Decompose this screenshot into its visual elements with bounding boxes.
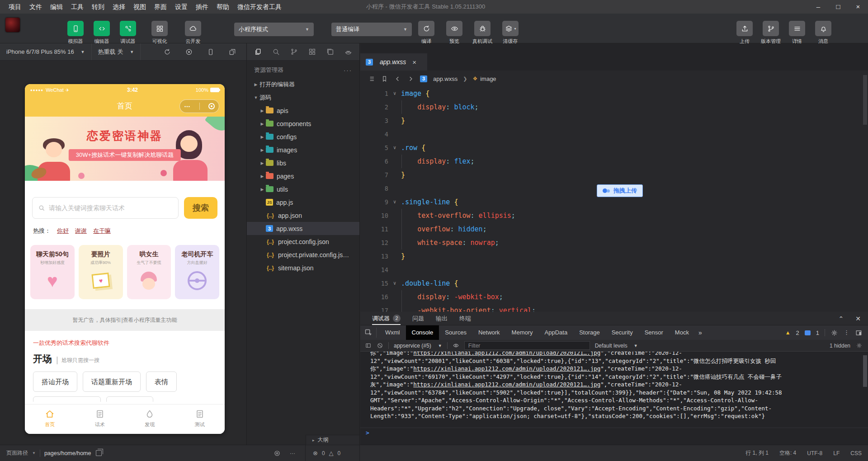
editor-tab-app-wxss[interactable]: 3 app.wxss × [360,53,427,71]
menu-item-5[interactable]: 选择 [108,0,129,14]
menu-item-2[interactable]: 编辑 [46,0,67,14]
console-link[interactable]: https://xinlianai.app1212.com/admin/uplo… [413,381,600,388]
云开发-button[interactable] [185,21,201,36]
预览-button[interactable] [446,21,462,36]
sidebar-toggle-icon[interactable] [365,342,372,349]
eol[interactable]: LF [833,450,840,456]
模拟器-button[interactable] [67,21,84,36]
context-select[interactable]: appservice (#5)▼ [394,343,442,349]
outline-list-icon[interactable] [368,75,375,83]
tree-file[interactable]: JSapp.js [247,196,359,209]
devtools-tab-Sources[interactable]: Sources [439,325,472,340]
hot-search-link[interactable]: 你好 [57,227,69,235]
save-all-icon[interactable] [326,47,335,56]
devtools-tab-Storage[interactable]: Storage [573,325,606,340]
message-count[interactable]: 1 [816,329,819,336]
tree-section[interactable]: ▼源码 [247,91,359,104]
git-icon[interactable] [290,47,298,56]
tree-folder[interactable]: ▶components [247,117,359,130]
promo-banner[interactable]: 恋爱密语神器 30W+撩妹话术一键复制解决尬聊话题 [25,117,225,181]
debugger-tab-输出[interactable]: 输出 [436,312,448,325]
menu-item-7[interactable]: 界面 [150,0,171,14]
编辑器-button[interactable] [94,21,110,36]
menu-item-0[interactable]: 项目 [5,0,25,14]
close-button[interactable]: × [848,0,868,14]
debugger-tab-调试器[interactable]: 调试器2 [372,312,401,325]
breadcrumb-file[interactable]: 3 app.wxss [420,75,458,82]
problems-summary[interactable]: ⊗ 0 △ 0 [306,445,360,461]
phone-tab-发现[interactable]: 发现 [125,405,175,434]
gear-icon[interactable] [856,342,863,349]
devtools-tab-Memory[interactable]: Memory [506,325,539,340]
drag-upload-button[interactable]: 拖拽上传 [597,184,643,197]
版本管理-button[interactable] [763,21,779,36]
close-panel-icon[interactable]: ✕ [855,312,861,325]
phone-tab-测试[interactable]: 测试 [175,405,225,434]
devtools-tab-Security[interactable]: Security [606,325,639,340]
device-icon[interactable] [207,48,215,56]
tree-folder[interactable]: ▶images [247,143,359,156]
warning-count[interactable]: 2 [796,329,799,336]
上传-button[interactable] [736,21,753,36]
fold-arrow[interactable]: ∨ [388,141,401,155]
tree-section[interactable]: ▶打开的编辑器 [247,78,359,91]
back-icon[interactable] [394,75,401,83]
refresh-icon[interactable] [163,48,171,56]
category-card[interactable]: 要照片 成功率90% ♥ [79,245,123,299]
console-link[interactable]: https://xinlianai.app1212.com/admin/uplo… [413,365,600,372]
fold-arrow[interactable]: ∨ [388,195,401,209]
tree-file[interactable]: {..}sitemap.json [247,261,359,274]
menu-item-1[interactable]: 文件 [25,0,46,14]
indent-setting[interactable]: 空格: 4 [779,449,796,457]
hot-reload-toggle[interactable]: 热重载 关▼ [92,43,141,60]
phone-tab-话术[interactable]: 话术 [75,405,125,434]
tree-folder[interactable]: ▶libs [247,156,359,169]
encoding[interactable]: UTF-8 [807,450,822,456]
tree-file[interactable]: 3app.wxss [247,222,359,235]
record-icon[interactable] [185,48,193,56]
devtools-tab-Sensor[interactable]: Sensor [639,325,669,340]
fold-arrow[interactable]: ∨ [388,87,401,100]
hot-search-link[interactable]: 谢谢 [75,227,87,235]
close-capsule-icon[interactable] [208,103,215,109]
清缓存-button[interactable]: ▾ [502,21,519,36]
page-path-label[interactable]: 页面路径 [6,449,28,457]
tree-file[interactable]: {..}project.config.json [247,235,359,248]
float-window-icon[interactable] [228,48,236,56]
phone-tab-首页[interactable]: 首页 [25,405,75,434]
more-icon[interactable]: ··· [290,450,295,456]
tree-folder[interactable]: ▶pages [247,169,359,183]
menu-item-9[interactable]: 插件 [192,0,212,14]
eye-icon[interactable] [453,342,459,349]
eye-icon[interactable] [274,450,281,457]
device-select[interactable]: iPhone 6/7/8 Plus 85% 16▼ [0,43,92,60]
clipped-chip[interactable] [106,396,153,402]
消息-button[interactable] [815,21,831,36]
menu-item-10[interactable]: 帮助 [212,0,233,14]
files-icon[interactable] [254,47,262,56]
可视化-button[interactable] [151,21,168,36]
真机调试-button[interactable] [474,21,491,36]
grid-icon[interactable] [308,47,316,56]
collapse-panel-icon[interactable]: ⌃ [839,312,844,325]
category-card[interactable]: 聊天前50句 秒增加好感度 ♥ [30,245,75,299]
cursor-position[interactable]: 行 1, 列 1 [745,449,769,457]
menu-item-4[interactable]: 转到 [88,0,108,14]
debugger-tab-问题[interactable]: 问题 [412,312,424,325]
topic-chip[interactable]: 搭讪开场 [33,372,77,392]
compile-mode-select[interactable]: 普通编译▼ [331,23,412,36]
console-scrollbar[interactable] [863,355,867,387]
language-mode[interactable]: CSS [850,450,862,456]
editor-scrollbar[interactable] [863,75,867,125]
bookmark-icon[interactable] [381,75,388,83]
maximize-button[interactable]: □ [828,0,848,14]
menu-item-6[interactable]: 视图 [129,0,150,14]
devtools-tab-Network[interactable]: Network [472,325,506,340]
hot-search-link[interactable]: 在干嘛 [93,227,111,235]
tree-file[interactable]: {..}project.private.config.js… [247,248,359,261]
category-card[interactable]: 哄女生 生气了不要慌 [127,245,171,299]
调试器-button[interactable] [120,21,136,36]
code-editor[interactable]: 1 ∨ image { 2 display: block; 3 } 4 5 ∨ … [360,87,868,312]
copy-icon[interactable] [96,450,102,456]
log-levels-select[interactable]: Default levels▼ [595,343,638,349]
